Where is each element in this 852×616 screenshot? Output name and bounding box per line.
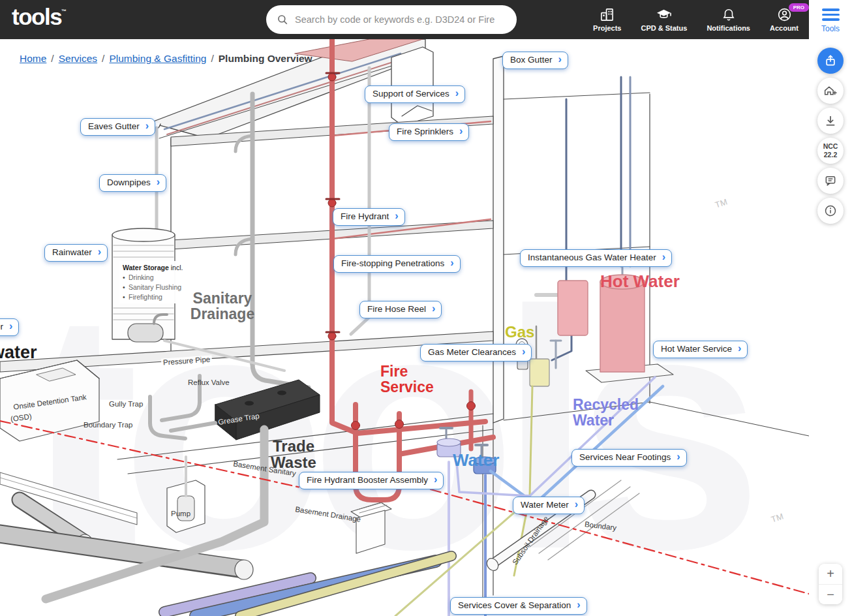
header-nav: Projects CPD & Status Notifications PRO … (593, 0, 799, 39)
chevron-right-icon (677, 452, 680, 463)
zoom-out-button[interactable]: − (819, 584, 842, 604)
rail-menu-label: Tools (821, 24, 840, 33)
callout-stormwater[interactable]: Stormwater (0, 318, 19, 336)
comments-button[interactable] (817, 168, 844, 194)
callout-fire-hydrant[interactable]: Fire Hydrant (333, 208, 405, 226)
brand-logo[interactable]: tools™ (12, 5, 67, 28)
search-input[interactable] (295, 14, 506, 25)
breadcrumb: Home/Services/Plumbing & Gasfitting/Plum… (20, 53, 312, 65)
chevron-right-icon (9, 321, 12, 333)
chevron-right-icon (432, 303, 435, 315)
tools-rail: Tools NCC22.2 + − (809, 0, 852, 616)
chevron-right-icon (395, 211, 398, 223)
breadcrumb-plumbing-gasfitting[interactable]: Plumbing & Gasfitting (109, 53, 206, 64)
bell-icon (722, 7, 736, 22)
zoom-in-button[interactable]: + (819, 564, 842, 584)
callout-services-near-footings[interactable]: Services Near Footings (571, 449, 687, 467)
graduation-cap-icon (656, 7, 672, 22)
chevron-right-icon (145, 121, 149, 132)
ncc-version-button[interactable]: NCC22.2 (817, 138, 844, 164)
callout-downpipes[interactable]: Downpipes (99, 174, 166, 192)
comment-icon (824, 174, 837, 187)
share-icon (824, 54, 837, 67)
chevron-right-icon (738, 343, 741, 355)
share-button[interactable] (817, 48, 844, 74)
hamburger-menu-icon[interactable] (822, 8, 840, 21)
nav-cpd-status[interactable]: CPD & Status (641, 7, 687, 32)
diagram-canvas: tools TM TM (0, 39, 809, 616)
chevron-right-icon (434, 474, 437, 486)
callout-water-meter[interactable]: Water Meter (513, 497, 585, 514)
info-icon (824, 204, 837, 217)
breadcrumb-current: Plumbing Overview (219, 53, 312, 64)
nav-projects[interactable]: Projects (593, 7, 621, 32)
chevron-right-icon (459, 126, 463, 138)
download-icon (824, 114, 837, 127)
callout-gas-meter-clearances[interactable]: Gas Meter Clearances (420, 344, 532, 362)
callout-hot-water-service[interactable]: Hot Water Service (653, 341, 748, 358)
nav-notifications[interactable]: Notifications (707, 7, 750, 32)
chevron-right-icon (455, 88, 459, 100)
info-button[interactable] (817, 198, 844, 224)
breadcrumb-home[interactable]: Home (20, 53, 46, 64)
map-zoom-control: + − (819, 564, 842, 604)
nav-account[interactable]: PRO Account (770, 7, 799, 32)
chevron-right-icon (558, 54, 562, 66)
chevron-right-icon (522, 346, 525, 358)
buildings-icon (600, 7, 615, 22)
chevron-right-icon (98, 247, 101, 258)
callout-support-of-services[interactable]: Support of Services (365, 85, 465, 103)
chevron-right-icon (450, 258, 453, 270)
callout-box-gutter[interactable]: Box Gutter (502, 52, 568, 69)
callout-fire-hydrant-booster-assembly[interactable]: Fire Hydrant Booster Assembly (299, 472, 444, 489)
chevron-right-icon (575, 499, 578, 511)
add-to-project-button[interactable] (817, 78, 844, 104)
callout-eaves-gutter[interactable]: Eaves Gutter (80, 118, 155, 136)
chevron-right-icon (157, 177, 160, 189)
chevron-right-icon (577, 600, 580, 611)
callout-instantaneous-gas-water-heater[interactable]: Instantaneous Gas Water Heater (520, 249, 672, 267)
pro-badge: PRO (789, 3, 809, 12)
breadcrumb-services[interactable]: Services (59, 53, 97, 64)
callout-rainwater[interactable]: Rainwater (44, 244, 108, 262)
callout-services-cover-separation[interactable]: Services Cover & Separation (450, 597, 587, 615)
chevron-right-icon (662, 252, 665, 264)
top-bar: tools™ Projects CPD & Status Notificatio… (0, 0, 809, 39)
callout-fire-stopping-penetrations[interactable]: Fire-stopping Penetrations (333, 255, 461, 273)
search-icon (277, 14, 288, 25)
house-plus-icon (823, 84, 838, 97)
callout-fire-sprinklers[interactable]: Fire Sprinklers (389, 123, 469, 141)
callout-fire-hose-reel[interactable]: Fire Hose Reel (359, 301, 442, 318)
download-button[interactable] (817, 108, 844, 134)
search-bar[interactable] (266, 5, 517, 34)
